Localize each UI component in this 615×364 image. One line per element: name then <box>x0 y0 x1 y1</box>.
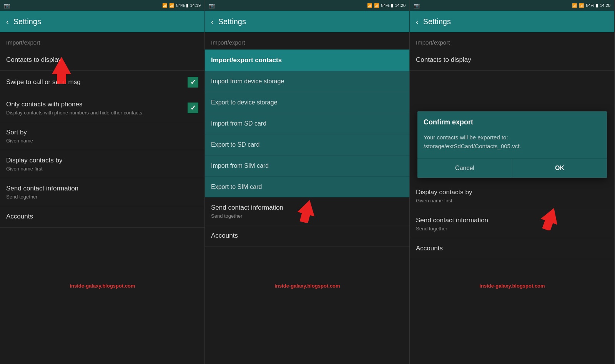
header-title-1: Settings <box>13 17 41 26</box>
ie-item-export-sim[interactable]: Export to SIM card <box>205 177 409 197</box>
ie-list: Import/export contacts Import from devic… <box>205 50 409 197</box>
camera-icon-1: 📷 <box>4 3 10 8</box>
list-item-only-phones[interactable]: Only contacts with phones Display contac… <box>0 94 204 122</box>
status-bar-right-2: 📶 📶 84% ▮ 14:20 <box>367 3 406 8</box>
filler-2 <box>205 247 409 364</box>
header-3: ‹ Settings <box>410 11 614 32</box>
section-label-2: Import/export <box>205 32 409 50</box>
item-title-swipe: Swipe to call or send msg <box>6 78 81 86</box>
status-bar-1: 📷 📶 📶 84% ▮ 14:19 <box>0 0 204 11</box>
ok-button[interactable]: OK <box>512 159 607 178</box>
item-subtitle-send-contact-3: Send together <box>416 226 608 232</box>
signal-icon-1: 📶 <box>169 3 175 8</box>
list-item-send-contact[interactable]: Send contact information Send together <box>0 178 204 206</box>
signal-icon-3: 📶 <box>579 3 584 8</box>
list-item-accounts-2[interactable]: Accounts <box>205 225 409 247</box>
item-subtitle-display-by: Given name first <box>6 166 198 172</box>
panel-2-content: 📷 📶 📶 84% ▮ 14:20 ‹ Settings Import/expo… <box>205 0 410 364</box>
status-bar-right-3: 📶 📶 84% ▮ 14:20 <box>572 3 610 8</box>
camera-icon-3: 📷 <box>414 3 420 8</box>
item-title-send-contact: Send contact information <box>6 184 198 193</box>
back-button-1[interactable]: ‹ <box>6 17 9 26</box>
item-title-accounts-2: Accounts <box>211 232 403 240</box>
panel-3: 📷 📶 📶 84% ▮ 14:20 ‹ Settings Import/expo… <box>410 0 615 364</box>
panel-2: 📷 📶 📶 84% ▮ 14:20 ‹ Settings Import/expo… <box>205 0 410 364</box>
battery-icon-3: ▮ <box>596 3 598 8</box>
confirm-dialog-body: Your contacts will be exported to: /stor… <box>417 130 607 158</box>
signal-icon-2: 📶 <box>374 3 379 8</box>
battery-icon-1: ▮ <box>186 3 188 8</box>
ie-item-import-sim[interactable]: Import from SIM card <box>205 156 409 177</box>
checkmark-swipe: ✓ <box>190 78 196 86</box>
status-bar-left-1: 📷 <box>4 3 10 8</box>
item-title-accounts-3: Accounts <box>416 244 608 253</box>
item-title-contacts-3: Contacts to display <box>416 56 608 64</box>
list-item-sort-by[interactable]: Sort by Given name <box>0 122 204 150</box>
filler-3 <box>410 259 614 364</box>
filler-1 <box>0 228 204 364</box>
list-item-phones-row: Only contacts with phones Display contac… <box>6 100 198 116</box>
header-2: ‹ Settings <box>205 11 409 32</box>
item-title-sort-by: Sort by <box>6 128 198 137</box>
item-subtitle-send-contact: Send together <box>6 194 198 200</box>
item-subtitle-sort-by: Given name <box>6 138 198 144</box>
list-item-swipe[interactable]: Swipe to call or send msg ✓ <box>0 71 204 94</box>
status-bar-left-2: 📷 <box>209 3 215 8</box>
wifi-icon-2: 📶 <box>367 3 372 8</box>
ie-item-export-device[interactable]: Export to device storage <box>205 92 409 113</box>
header-title-2: Settings <box>218 17 246 26</box>
status-bar-left-3: 📷 <box>414 3 420 8</box>
item-title-accounts-1: Accounts <box>6 212 198 221</box>
ie-list-title: Import/export contacts <box>205 50 409 71</box>
ie-item-import-sd[interactable]: Import from SD card <box>205 113 409 134</box>
item-title-display-by-3: Display contacts by <box>416 188 608 197</box>
panel-3-content: 📷 📶 📶 84% ▮ 14:20 ‹ Settings Import/expo… <box>410 0 615 364</box>
list-item-send-contact-2[interactable]: Send contact information Send together <box>205 197 409 225</box>
ie-item-import-device[interactable]: Import from device storage <box>205 71 409 92</box>
panel-1: 📷 📶 📶 84% ▮ 14:19 ‹ Settings Import/expo… <box>0 0 205 364</box>
item-title-send-contact-3: Send contact information <box>416 216 608 225</box>
confirm-dialog-buttons: Cancel OK <box>417 158 607 178</box>
list-item-accounts-1[interactable]: Accounts <box>0 206 204 227</box>
list-item-swipe-row: Swipe to call or send msg ✓ <box>6 77 198 88</box>
back-button-3[interactable]: ‹ <box>416 17 419 26</box>
back-button-2[interactable]: ‹ <box>211 17 214 26</box>
time-1: 14:19 <box>190 3 201 8</box>
section-label-1: Import/export <box>0 32 204 50</box>
battery-icon-2: ▮ <box>391 3 393 8</box>
section-label-3: Import/export <box>410 32 614 50</box>
below-dialog-items: Display contacts by Given name first Sen… <box>410 182 614 259</box>
item-subtitle-display-by-3: Given name first <box>416 198 608 204</box>
list-item-accounts-3[interactable]: Accounts <box>410 238 614 259</box>
status-bar-right-1: 📶 📶 84% ▮ 14:19 <box>162 3 201 8</box>
list-item-contacts-display-3[interactable]: Contacts to display <box>410 50 614 71</box>
list-item-display-by-3[interactable]: Display contacts by Given name first <box>410 182 614 210</box>
battery-label-1: 84% <box>176 3 184 8</box>
wifi-icon-3: 📶 <box>572 3 577 8</box>
only-phones-text-container: Only contacts with phones Display contac… <box>6 100 188 116</box>
item-subtitle-send-contact-2: Send together <box>211 213 403 219</box>
checkmark-phones: ✓ <box>190 104 196 112</box>
list-item-send-contact-3[interactable]: Send contact information Send together <box>410 210 614 238</box>
checkbox-phones[interactable]: ✓ <box>188 103 198 113</box>
ie-item-export-sd[interactable]: Export to SD card <box>205 134 409 156</box>
item-title-display-by: Display contacts by <box>6 156 198 165</box>
list-item-contacts-display[interactable]: Contacts to display <box>0 50 204 71</box>
item-title-send-contact-2: Send contact information <box>211 204 403 212</box>
status-bar-2: 📷 📶 📶 84% ▮ 14:20 <box>205 0 409 11</box>
confirm-dialog-title: Confirm export <box>417 111 607 130</box>
item-subtitle-only-phones: Display contacts with phone numbers and … <box>6 110 188 116</box>
battery-label-3: 84% <box>586 3 594 8</box>
item-title-contacts-display: Contacts to display <box>6 56 198 64</box>
wifi-icon-1: 📶 <box>162 3 168 8</box>
list-item-display-contacts-by[interactable]: Display contacts by Given name first <box>0 150 204 178</box>
header-1: ‹ Settings <box>0 11 204 32</box>
panel-1-content: 📷 📶 📶 84% ▮ 14:19 ‹ Settings Import/expo… <box>0 0 205 364</box>
cancel-button[interactable]: Cancel <box>417 159 512 178</box>
confirm-export-dialog: Confirm export Your contacts will be exp… <box>417 111 607 178</box>
battery-label-2: 84% <box>381 3 389 8</box>
time-3: 14:20 <box>600 3 610 8</box>
checkbox-swipe[interactable]: ✓ <box>188 77 198 88</box>
item-title-only-phones: Only contacts with phones <box>6 101 82 108</box>
camera-icon-2: 📷 <box>209 3 215 8</box>
